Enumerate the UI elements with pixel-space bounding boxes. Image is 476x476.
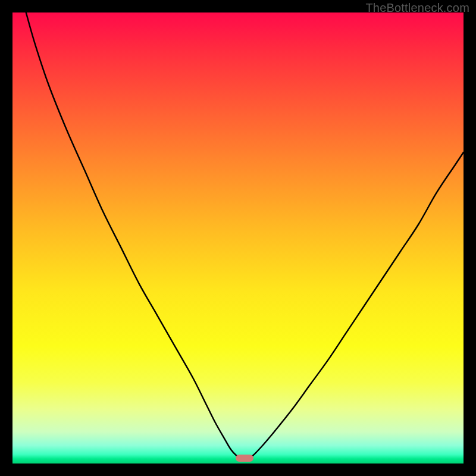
chart-background-gradient: [12, 12, 464, 464]
chart-plot-area: [12, 12, 464, 464]
minimum-marker: [236, 455, 253, 462]
